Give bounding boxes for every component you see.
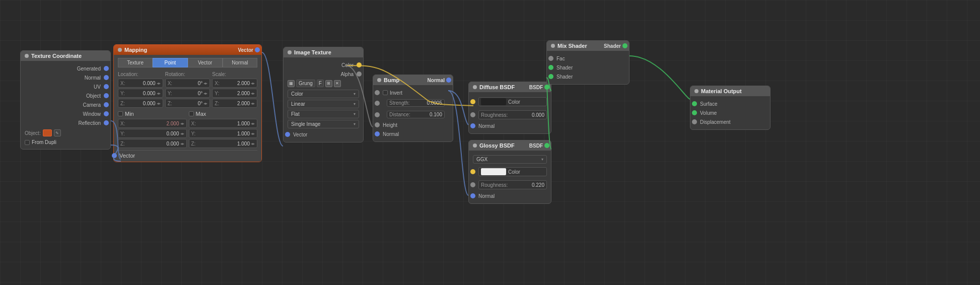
vector-in-socket[interactable] [112, 153, 117, 158]
shader2-row: Shader [547, 72, 629, 81]
camera-label: Camera [83, 102, 101, 108]
location-y[interactable]: Y:0.000◂▸ [118, 89, 163, 98]
alpha-out-socket[interactable] [357, 72, 362, 77]
ggx-label: GGX [476, 157, 487, 162]
strength-socket[interactable] [375, 101, 380, 106]
shader1-socket[interactable] [548, 65, 553, 70]
min-x[interactable]: X:2.000◂▸ [118, 119, 187, 128]
flat-dropdown[interactable]: Flat ▾ [288, 110, 359, 118]
grung-close-btn[interactable]: ✕ [334, 80, 341, 87]
distance-field[interactable]: Distance: 0.100 [387, 111, 445, 118]
grung-icon-btn[interactable]: ▦ [288, 80, 295, 87]
displacement-socket[interactable] [692, 119, 697, 124]
tab-normal[interactable]: Normal [223, 58, 257, 67]
camera-socket[interactable] [104, 102, 109, 107]
diffuse-normal-row: Normal [469, 121, 551, 130]
object-picker-btn[interactable]: ✎ [54, 129, 61, 136]
object-color-btn[interactable] [43, 129, 52, 136]
max-x[interactable]: X:1.000◂▸ [189, 119, 258, 128]
tab-point[interactable]: Point [153, 58, 187, 67]
mixshader-dot [551, 44, 555, 48]
color-out-socket[interactable] [357, 62, 362, 67]
mapping-dot [118, 48, 122, 52]
glossy-roughness-socket[interactable] [470, 182, 475, 187]
distance-row: Distance: 0.100 [373, 109, 453, 120]
height-socket[interactable] [375, 122, 380, 127]
from-dupli-checkbox[interactable] [25, 140, 30, 145]
invert-checkbox[interactable] [383, 90, 388, 95]
diffuse-color-field[interactable]: Color [478, 97, 547, 106]
texcoord-header: Texture Coordinate [21, 51, 110, 61]
glossy-roughness-field[interactable]: Roughness: 0.220 [478, 180, 547, 189]
volume-socket[interactable] [692, 110, 697, 115]
rotation-x[interactable]: X:0°◂▸ [165, 79, 211, 88]
roughness-field[interactable]: Roughness: 0.000 [478, 110, 547, 119]
fac-socket[interactable] [548, 56, 553, 61]
normal-socket[interactable] [104, 75, 109, 80]
imagetex-header: Image Texture [284, 47, 363, 57]
vector-in-label: Vector [119, 153, 135, 159]
grung-expand-btn[interactable]: ⊞ [325, 80, 332, 87]
ggx-dropdown[interactable]: GGX ▾ [473, 155, 547, 164]
location-x[interactable]: X:0.000◂▸ [118, 79, 163, 88]
diffuse-color-socket[interactable] [470, 99, 475, 104]
shader-out-socket[interactable] [622, 43, 627, 48]
diffuse-normal-socket[interactable] [470, 123, 475, 128]
grung-mode[interactable]: F [317, 80, 324, 87]
scale-z[interactable]: Z:2.000◂▸ [212, 99, 257, 108]
glossy-bsdf-out-socket[interactable] [544, 143, 549, 148]
shader2-socket[interactable] [548, 74, 553, 79]
alpha-out-row: Alpha [284, 69, 363, 79]
min-label: Min [125, 111, 134, 117]
vector-out-socket[interactable] [255, 47, 260, 52]
glossy-color-field[interactable]: Color [478, 167, 547, 176]
distance-socket[interactable] [375, 112, 380, 117]
min-checkbox-row: Min [118, 111, 187, 117]
min-y[interactable]: Y:0.000◂▸ [118, 129, 187, 138]
vector-in-socket[interactable] [285, 132, 290, 137]
glossy-normal-socket[interactable] [470, 193, 475, 198]
object-socket[interactable] [104, 93, 109, 98]
uv-socket[interactable] [104, 84, 109, 89]
normal-label: Normal [85, 75, 101, 81]
rotation-y[interactable]: Y:0°◂▸ [165, 89, 211, 98]
tab-texture[interactable]: Texture [118, 58, 153, 67]
min-z[interactable]: Z:0.000◂▸ [118, 139, 187, 148]
glossy-socket-out-area: BSDF [529, 143, 547, 149]
single-image-dropdown[interactable]: Single Image ▾ [288, 120, 359, 128]
normal-out-socket[interactable] [446, 78, 451, 83]
rotation-z[interactable]: Z:0°◂▸ [165, 99, 211, 108]
scale-x[interactable]: X:2.000◂▸ [212, 79, 257, 88]
bsdf-out-socket[interactable] [544, 85, 549, 90]
diffuse-socket-out-area: BSDF [529, 85, 547, 90]
max-y[interactable]: Y:1.000◂▸ [189, 129, 258, 138]
linear-dropdown[interactable]: Linear ▾ [288, 100, 359, 108]
surface-label: Surface [700, 101, 717, 107]
roughness-socket[interactable] [470, 112, 475, 117]
height-row: Height [373, 120, 453, 129]
invert-socket[interactable] [375, 90, 380, 95]
surface-socket[interactable] [692, 101, 697, 106]
max-z[interactable]: Z:1.000◂▸ [189, 139, 258, 148]
shader-out-label: Shader [604, 43, 621, 49]
mapping-body: Texture Point Vector Normal Location: X:… [114, 55, 261, 162]
bump-socket-out-area: Normal [428, 78, 449, 83]
window-socket[interactable] [104, 111, 109, 116]
min-checkbox[interactable] [118, 111, 123, 116]
object-field-label: Object: [25, 130, 41, 136]
surface-row: Surface [690, 99, 770, 108]
generated-socket[interactable] [104, 66, 109, 71]
reflection-socket[interactable] [104, 120, 109, 125]
location-section: Location: X:0.000◂▸ Y:0.000◂▸ Z:0.000◂▸ [118, 72, 163, 108]
tab-vector[interactable]: Vector [188, 58, 223, 67]
glossy-roughness-val: 0.220 [532, 182, 544, 188]
strength-field[interactable]: Strength: 0.0005 [387, 99, 445, 107]
glossy-color-socket[interactable] [470, 169, 475, 174]
camera-socket-row: Camera [21, 100, 110, 109]
imagetex-body: Color Alpha ▦ Grung F ⊞ ✕ Color ▾ Linear… [284, 57, 363, 142]
normal-in-socket[interactable] [375, 131, 380, 136]
scale-y[interactable]: Y:2.000◂▸ [212, 89, 257, 98]
location-z[interactable]: Z:0.000◂▸ [118, 99, 163, 108]
max-checkbox[interactable] [189, 111, 194, 116]
color-dropdown[interactable]: Color ▾ [288, 90, 359, 98]
